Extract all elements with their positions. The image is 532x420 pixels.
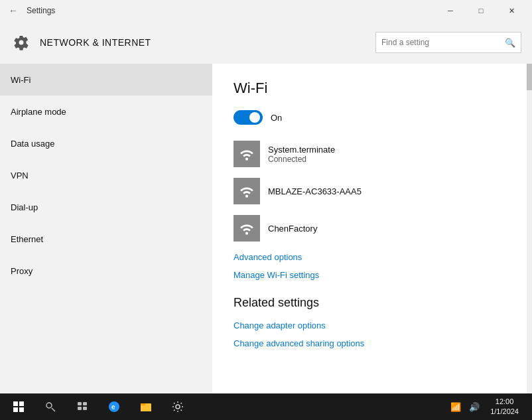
- svg-point-4: [46, 403, 52, 408]
- svg-rect-13: [141, 405, 151, 411]
- maximize-button[interactable]: □: [466, 0, 496, 21]
- window-controls: ─ □ ✕: [435, 0, 527, 21]
- sidebar-item-proxy[interactable]: Proxy: [0, 255, 212, 287]
- search-box[interactable]: 🔍: [375, 32, 521, 53]
- taskbar-task-view[interactable]: [66, 393, 98, 420]
- advanced-options-link[interactable]: Advanced options: [233, 252, 511, 262]
- settings-icon: [11, 32, 32, 53]
- wifi-section-title: Wi-Fi: [233, 80, 511, 97]
- taskbar-edge[interactable]: e: [98, 393, 130, 420]
- network-info-mblaze: MBLAZE-AC3633-AAA5: [268, 186, 362, 196]
- manage-wifi-link[interactable]: Manage Wi-Fi settings: [233, 270, 511, 280]
- right-panel: Wi-Fi On System.terminate: [212, 64, 532, 393]
- related-settings-title: Related settings: [233, 296, 511, 310]
- sidebar-item-vpn[interactable]: VPN: [0, 159, 212, 191]
- taskbar-settings-pinned[interactable]: [162, 393, 194, 420]
- svg-rect-1: [19, 401, 24, 406]
- svg-rect-14: [141, 403, 145, 405]
- wifi-signal-icon-chenfactory: [233, 215, 260, 242]
- svg-line-5: [52, 408, 55, 411]
- svg-rect-0: [13, 401, 18, 406]
- network-info: System.terminate Connected: [268, 145, 335, 164]
- taskbar: e 📶 🔊 12:00 1/1/2024: [0, 393, 532, 420]
- taskbar-file-explorer[interactable]: [130, 393, 162, 420]
- date-display: 1/1/2024: [490, 407, 519, 417]
- svg-rect-8: [78, 407, 82, 410]
- sidebar-item-airplane[interactable]: Airplane mode: [0, 96, 212, 127]
- wifi-toggle-row: On: [233, 110, 511, 125]
- app-header: NETWORK & INTERNET 🔍: [0, 21, 532, 64]
- taskbar-clock[interactable]: 12:00 1/1/2024: [485, 397, 524, 417]
- back-button[interactable]: ←: [5, 3, 21, 19]
- minimize-button[interactable]: ─: [435, 0, 466, 21]
- sidebar-item-wifi[interactable]: Wi-Fi: [0, 64, 212, 96]
- network-item-chenfactory[interactable]: ChenFactory: [233, 215, 511, 242]
- wifi-signal-icon: [233, 141, 260, 167]
- start-button[interactable]: [3, 393, 34, 420]
- tray-wifi[interactable]: 📶: [448, 399, 464, 415]
- wifi-toggle[interactable]: [233, 110, 263, 125]
- taskbar-search[interactable]: [34, 393, 66, 420]
- window-title: Settings: [27, 6, 435, 15]
- main-content: Wi-Fi Airplane mode Data usage VPN Dial-…: [0, 64, 532, 393]
- tray-volume[interactable]: 🔊: [466, 399, 482, 415]
- adapter-options-link[interactable]: Change adapter options: [233, 320, 511, 330]
- network-item-system-terminate[interactable]: System.terminate Connected: [233, 141, 511, 167]
- network-item-mblaze[interactable]: MBLAZE-AC3633-AAA5: [233, 178, 511, 204]
- sidebar: Wi-Fi Airplane mode Data usage VPN Dial-…: [0, 64, 212, 393]
- advanced-sharing-link[interactable]: Change advanced sharing options: [233, 338, 511, 348]
- network-name-chenfactory: ChenFactory: [268, 224, 317, 234]
- sidebar-item-dial-up[interactable]: Dial-up: [0, 191, 212, 223]
- title-bar: ← Settings ─ □ ✕: [0, 0, 532, 21]
- svg-rect-7: [83, 402, 87, 405]
- svg-point-15: [176, 405, 180, 409]
- toggle-track: [233, 110, 263, 125]
- svg-rect-9: [83, 407, 87, 410]
- network-name: System.terminate: [268, 145, 335, 155]
- app-container: NETWORK & INTERNET 🔍 Wi-Fi Airplane mode…: [0, 21, 532, 393]
- network-name-mblaze: MBLAZE-AC3633-AAA5: [268, 186, 362, 196]
- sidebar-item-data-usage[interactable]: Data usage: [0, 127, 212, 159]
- app-title: NETWORK & INTERNET: [40, 37, 375, 48]
- scrollbar-thumb[interactable]: [527, 64, 532, 90]
- taskbar-icons: e: [34, 393, 448, 420]
- toggle-thumb: [249, 112, 260, 123]
- search-icon: 🔍: [505, 38, 515, 48]
- network-info-chenfactory: ChenFactory: [268, 224, 317, 234]
- svg-rect-6: [78, 402, 82, 405]
- svg-text:e: e: [111, 403, 115, 411]
- svg-rect-2: [13, 407, 18, 412]
- sidebar-item-ethernet[interactable]: Ethernet: [0, 223, 212, 255]
- taskbar-tray: 📶 🔊 12:00 1/1/2024: [448, 397, 529, 417]
- wifi-toggle-label: On: [271, 113, 282, 123]
- network-status: Connected: [268, 155, 335, 164]
- time-display: 12:00: [490, 397, 519, 407]
- svg-rect-3: [19, 407, 24, 412]
- close-button[interactable]: ✕: [496, 0, 527, 21]
- search-input[interactable]: [381, 38, 505, 47]
- scrollbar[interactable]: [527, 64, 532, 393]
- wifi-signal-icon-mblaze: [233, 178, 260, 204]
